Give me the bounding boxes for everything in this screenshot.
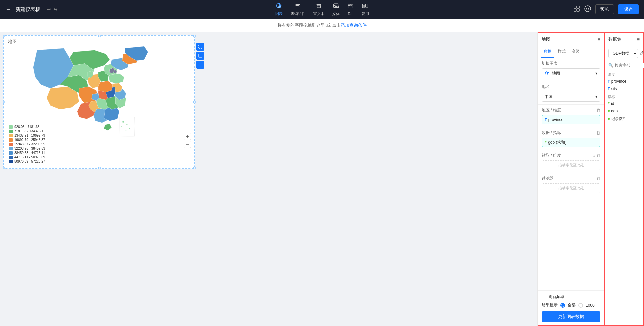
toolbar-richtext[interactable]: T 富文本 [313, 3, 324, 16]
toolbar-query[interactable]: 查询组件 [291, 3, 305, 16]
region-select[interactable]: 中国 ▾ [542, 92, 600, 102]
undo-button[interactable]: ↩ [47, 7, 51, 12]
back-button[interactable]: ← [5, 6, 11, 13]
dataset-panel-header: 数据集 ≡ [605, 33, 643, 46]
chart-icon [276, 3, 282, 10]
preview-button[interactable]: 预览 [595, 4, 614, 14]
drill-delete-icon[interactable]: 🗑 [596, 153, 600, 158]
top-bar-left: ← 新建仪表板 ↩ ↪ [5, 6, 58, 13]
filter-delete-icon[interactable]: 🗑 [596, 176, 600, 181]
face-icon[interactable] [584, 5, 591, 14]
tab-icon [348, 3, 354, 11]
drill-drop-zone[interactable]: 拖动字段至此处 [542, 160, 600, 170]
legend-item: 25948.37 - 32203.95 [9, 142, 45, 146]
chart-switch-label: 切换图表 [542, 61, 558, 66]
add-query-link[interactable]: 添加查询条件 [341, 22, 367, 28]
resize-handle-bc[interactable] [98, 167, 101, 169]
settings-content: 切换图表 🗺 地图 ▾ 地区 [538, 58, 604, 290]
toolbar-tab[interactable]: Tab [348, 3, 354, 16]
dimension-delete-icon[interactable]: 🗑 [596, 108, 600, 113]
svg-rect-18 [574, 9, 576, 11]
field-province[interactable]: T province [605, 78, 643, 85]
dataset-menu-icon[interactable]: ≡ [637, 37, 640, 42]
map-action-table[interactable] [196, 52, 204, 60]
result-count-radio[interactable] [578, 303, 583, 308]
island1 [122, 121, 124, 123]
toolbar-media[interactable]: 媒体 [332, 3, 340, 16]
shandong [109, 73, 124, 83]
dataset-panel: 数据集 ≡ GDP数据 🔍 维度 [604, 32, 644, 326]
chart-switcher[interactable]: 🗺 地图 ▾ [542, 68, 600, 78]
toolbar-chart[interactable]: 图表 [275, 3, 283, 16]
island3 [129, 128, 130, 129]
field-type-hash-count: # [608, 117, 610, 121]
metric-value: gdp (求和) [548, 140, 566, 145]
zoom-in-button[interactable]: + [184, 133, 191, 140]
zoom-out-button[interactable]: − [184, 141, 191, 148]
drill-label: 钻取 / 维度 [542, 153, 561, 158]
undo-redo-group: ↩ ↪ [47, 7, 58, 12]
toolbar-center: 图表 查询组件 T 富文本 媒体 Tab [275, 3, 369, 16]
media-icon [333, 3, 339, 10]
resize-handle-tl[interactable] [3, 35, 5, 37]
svg-rect-4 [316, 4, 321, 5]
tab-style[interactable]: 样式 [555, 46, 568, 58]
metric-section-label: 指标 [605, 92, 643, 100]
dataset-panel-title: 数据集 [608, 36, 621, 42]
map-widget-title: 地图 [8, 39, 17, 45]
svg-point-22 [588, 8, 589, 9]
settings-tabs: 数据 样式 高级 [538, 46, 604, 58]
redo-button[interactable]: ↪ [54, 7, 58, 12]
tab-advanced[interactable]: 高级 [569, 46, 582, 58]
map-action-expand[interactable] [196, 43, 204, 51]
field-type-t-province: T [608, 79, 610, 83]
field-gdp[interactable]: # gdp [605, 107, 643, 115]
settings-menu-icon[interactable]: ≡ [598, 37, 600, 42]
chart-switch-section: 切换图表 🗺 地图 ▾ [538, 58, 604, 81]
metric-delete-icon[interactable]: 🗑 [596, 130, 600, 135]
dataset-edit-icon[interactable] [639, 51, 644, 56]
field-type-t-city: T [608, 87, 610, 91]
refresh-checkbox[interactable] [542, 295, 546, 299]
metric-field[interactable]: # gdp (求和) [542, 138, 600, 147]
resize-handle-lc[interactable] [3, 101, 5, 103]
region-label: 地区 [542, 84, 550, 90]
map-widget[interactable]: 地图 ··· [3, 35, 195, 169]
svg-rect-11 [348, 5, 350, 6]
grid-icon[interactable] [573, 5, 580, 13]
settings-panel: 地图 ≡ 数据 样式 高级 切换图表 🗺 地图 [538, 32, 604, 326]
island5 [121, 126, 121, 127]
settings-panel-header: 地图 ≡ [538, 33, 604, 46]
update-chart-button[interactable]: 更新图表数据 [542, 311, 600, 322]
resize-handle-br[interactable] [193, 167, 196, 169]
resize-handle-tr[interactable] [193, 35, 196, 37]
field-record-count[interactable]: # 记录数* [605, 115, 643, 123]
dimension-label: 地区 / 维度 [542, 107, 561, 113]
resize-handle-rc[interactable] [193, 101, 196, 103]
henan [98, 81, 113, 92]
toolbar-richtext-label: 富文本 [313, 11, 324, 16]
result-all-radio[interactable] [560, 303, 565, 308]
svg-point-20 [585, 6, 591, 12]
map-action-more[interactable]: ··· [196, 61, 204, 69]
drill-tooltip-icon: ℹ [593, 153, 595, 158]
panel-bottom: 刷新频率 结果显示 全部 1000 更新图表数据 [538, 290, 604, 325]
svg-rect-15 [366, 4, 368, 7]
svg-line-27 [642, 52, 643, 53]
resize-handle-bl[interactable] [3, 167, 5, 169]
region-section: 地区 中国 ▾ [538, 81, 604, 105]
resize-handle-tc[interactable] [98, 35, 101, 37]
save-button[interactable]: 保存 [618, 4, 639, 14]
refresh-freq: 刷新频率 [542, 294, 600, 300]
field-city[interactable]: T city [605, 85, 643, 92]
filter-drop-zone[interactable]: 拖动字段至此处 [542, 183, 600, 193]
toolbar-reuse[interactable]: 复用 [362, 3, 369, 16]
dimension-field[interactable]: T province [542, 115, 600, 124]
toolbar-chart-label: 图表 [275, 11, 283, 16]
field-id[interactable]: # id [605, 100, 643, 107]
legend-item: 7181.63 - 13437.21 [9, 129, 45, 133]
dimension-type-icon: T [545, 118, 547, 122]
tab-data[interactable]: 数据 [541, 46, 554, 58]
dataset-select[interactable]: GDP数据 [608, 49, 638, 58]
search-input[interactable] [615, 63, 644, 68]
